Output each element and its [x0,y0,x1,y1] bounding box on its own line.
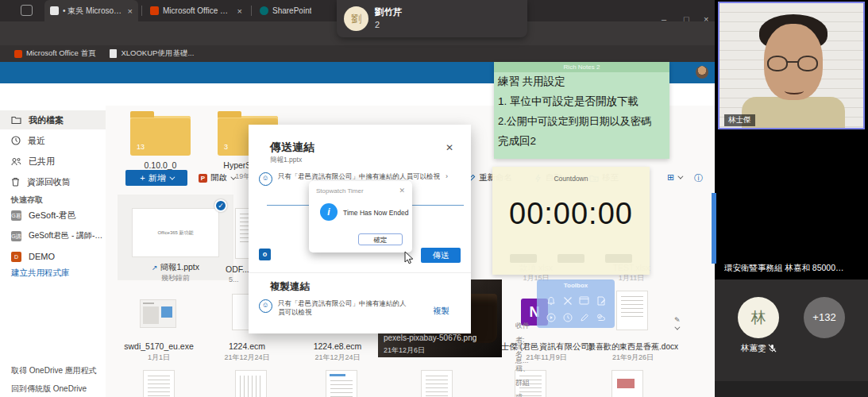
file-name[interactable]: 最喜歡的東西是香蕉.docx [573,341,692,353]
quick-access-label: 快速存取 [11,195,43,206]
close-icon[interactable]: ✕ [446,142,453,153]
sidebar-item-demo[interactable]: D DEMO [0,247,106,266]
meeting-chat-notification[interactable]: 劉 劉竹芹 2 [337,0,527,37]
create-shared-library-link[interactable]: 建立共用程式庫 [11,268,70,279]
message-input[interactable]: 訊息... [515,337,529,366]
site-icon: G講 [11,231,21,241]
overflow-participants-badge[interactable]: +132 [804,297,845,338]
bookmark-office[interactable]: Microsoft Office 首頁 [14,48,95,59]
new-label: 新增 [149,172,166,184]
site-icon: G君 [11,210,21,221]
return-classic-link[interactable]: 回到傳統版 OneDrive [11,384,87,395]
file-name[interactable]: ↗ 簡報1.pptx [118,262,233,273]
toolbox-widget[interactable]: Toolbox [537,279,615,328]
glasses-bridge [787,61,798,63]
copy-permission-row[interactable]: 只有「君邑資訊有限公司」中擁有連結的人員可以檢視 [259,299,459,317]
note-line: 練習 共用設定 [498,75,666,89]
sidebar-item-gesoft[interactable]: G君 GeSoft-君邑 [0,206,106,225]
powerpoint-icon: P [199,174,207,183]
screen-edge-artifact [712,193,716,264]
sidebar-item-recent[interactable]: 最近 [0,131,106,150]
selected-check-icon[interactable]: ✓ [214,199,227,212]
new-button[interactable]: + 新增 [125,170,187,186]
get-onedrive-apps-link[interactable]: 取得 OneDrive 應用程式 [11,365,97,376]
bookmark-label: Microsoft Office 首頁 [26,48,95,59]
send-button[interactable]: 傳送 [421,248,461,263]
view-options-button[interactable]: ⊞ [667,172,681,183]
stopwatch-dialog: Stopwatch Timer ✕ i Time Has Now Ended 確… [309,181,412,252]
participant-avatar[interactable]: 林 [738,297,779,338]
tab-close-icon[interactable]: × [128,6,133,16]
page-icon [110,49,117,58]
close-icon[interactable]: ✕ [399,187,405,195]
browser-tab-1[interactable]: • 東吳 Microsoft – 活用 Microsof × [44,0,138,21]
grid-view-icon: ⊞ [667,172,674,183]
pencil-icon[interactable]: ✎ [674,316,681,332]
sidebar-item-gesoft-lecturer[interactable]: G講 GeSoft君邑 - 講師-士傑 [0,226,106,245]
countdown-button[interactable] [605,254,632,263]
doc-thumbnail [143,370,175,397]
weather-icon[interactable] [596,313,606,322]
glasses-right-lens [797,56,818,71]
bookmarks-bar: Microsoft Office 首頁 XLOOKUP使用基礎... [0,45,715,62]
browser-tab-3[interactable]: SharePoint [254,0,334,21]
people-icon [11,157,21,166]
tab-actions-icon[interactable] [21,5,33,16]
tab-label: SharePoint [272,6,311,15]
browser-tab-2[interactable]: Microsoft Office 首頁 × [145,0,248,21]
sidebar-item-shared[interactable]: 已共用 [0,152,106,171]
file-name[interactable]: swdi_5170_eu.exe [111,341,206,351]
open-button[interactable]: P 開啟 [199,172,234,183]
dialog-title: 傳送連結 [270,141,314,155]
office-icon [150,6,159,15]
countdown-button[interactable] [510,254,537,263]
details-button[interactable]: ⓘ [694,172,703,184]
outlook-icon[interactable]: o [259,249,271,260]
file-name[interactable]: 0.10.0_0 [113,160,208,170]
countdown-widget[interactable]: Countdown 00:00:00 [492,167,650,275]
pencil-icon[interactable] [580,313,589,322]
note-line: 1. 單位中可設定是否開放下載 [498,94,666,109]
file-name: pexels-pixabay-50676.png [384,333,476,342]
countdown-title: Countdown [492,175,650,183]
selected-file-tile[interactable]: ✓ Office365 新功能 ↗ 簡報1.pptx 幾秒鐘前 [118,195,233,280]
window-icon[interactable] [579,296,589,305]
speaker-video[interactable]: 林士傑 [718,2,865,129]
info-icon: ⓘ [694,172,703,184]
file-thumbnail: Office365 新功能 [132,208,219,257]
sidebar-item-my-files[interactable]: 我的檔案 [0,110,106,129]
folder-icon [11,116,21,125]
copy-button[interactable]: 複製 [433,306,449,317]
mic-muted-icon [768,344,777,353]
permission-people-icon [259,299,272,313]
toolbox-grid [542,292,609,326]
video-call-panel: 林士傑 環安衛暨事務組 林嘉和 8500003... 林 +132 林蕙雯 [715,0,868,397]
panel-bottom-strip [715,381,868,397]
countdown-button[interactable] [557,254,584,263]
green-sticky-note[interactable]: Rich Notes 2 練習 共用設定 1. 單位中可設定是否開放下載 2.公… [494,62,669,159]
note-edit-icon[interactable] [596,296,606,306]
sidebar-item-recycle-bin[interactable]: 資源回收筒 [0,172,106,191]
glasses-left-lens [767,56,788,71]
info-icon: i [320,203,338,221]
file-name[interactable]: 1224.ecm [199,341,295,351]
play-icon[interactable] [546,313,556,322]
toolbox-title: Toolbox [537,282,615,289]
bell-icon[interactable] [546,296,556,306]
tab-close-icon[interactable]: × [237,6,242,16]
folder-tile[interactable]: 13 [130,116,191,156]
note-line: 完成回2 [498,134,666,148]
bookmark-label: XLOOKUP使用基礎... [121,48,194,59]
sharepoint-icon [260,6,268,15]
file-name[interactable]: 1224.e8.ecm [290,341,385,351]
file-date: 21年12月6日 [384,345,425,356]
thumbnail-text: Office365 新功能 [133,229,218,237]
bookmark-xlookup[interactable]: XLOOKUP使用基礎... [110,48,194,59]
screen: • 東吳 Microsoft – 活用 Microsof × Microsoft… [0,0,868,397]
file-date: 幾秒鐘前 [118,273,233,283]
account-avatar[interactable] [696,66,708,79]
clock-icon[interactable] [563,313,573,322]
shuffle-icon[interactable] [563,296,573,306]
ok-button[interactable]: 確定 [358,233,403,245]
permission-people-icon [259,172,272,186]
